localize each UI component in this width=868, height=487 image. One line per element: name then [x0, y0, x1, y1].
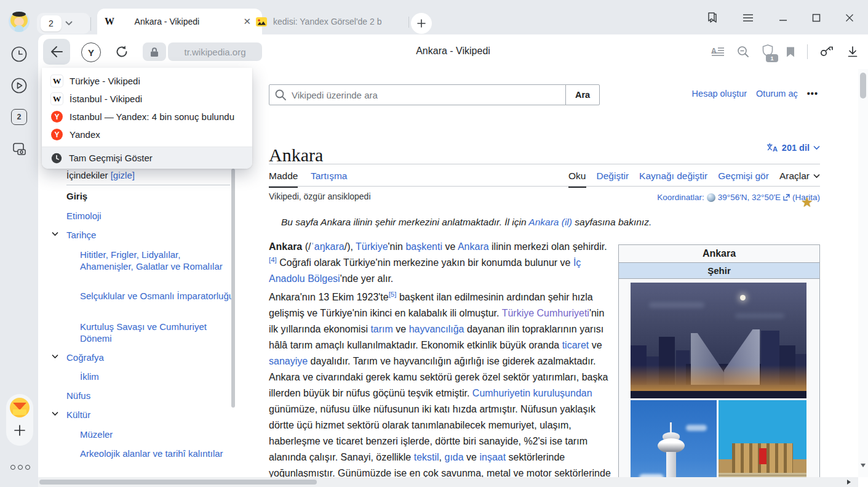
toc-hide-toggle[interactable]: [gizle]: [111, 170, 135, 180]
toc-item-hititler[interactable]: Hititler, Frigler, Lidyalılar, Ahamenişl…: [80, 249, 235, 272]
history-dropdown: W Türkiye - Vikipedi W İstanbul - Vikipe…: [42, 68, 252, 169]
scroll-right-arrow[interactable]: [847, 480, 851, 485]
toc-scrollbar-thumb[interactable]: [231, 169, 235, 408]
tab-kedisi-yandex-gorsel[interactable]: kedisi: Yandex Görsel'de 2 b: [249, 9, 422, 34]
toolbar-page-title: Ankara - Vikipedi: [223, 46, 683, 57]
create-account-link[interactable]: Hesap oluştur: [692, 89, 747, 99]
horizontal-scrollbar-thumb[interactable]: [39, 480, 317, 485]
tools-menu[interactable]: Araçlar: [779, 166, 820, 186]
tab-oku[interactable]: Oku: [568, 166, 586, 188]
tab-group-pill[interactable]: 2: [37, 13, 90, 34]
minimize-icon: [779, 14, 787, 22]
tab-ankara-vikipedi[interactable]: W Ankara - Vikipedi ✕: [97, 9, 262, 34]
password-manager-icon[interactable]: [819, 45, 835, 58]
horizontal-scrollbar[interactable]: [38, 477, 858, 487]
toc-item-muzeler[interactable]: Müzeler: [80, 429, 235, 440]
search-button[interactable]: Ara: [565, 84, 600, 105]
show-full-history-item[interactable]: Tam Geçmişi Göster: [42, 147, 252, 169]
yandex-search-button[interactable]: Y: [81, 42, 101, 62]
toc-item-nufus[interactable]: Nüfus: [66, 390, 90, 401]
new-tab-button[interactable]: [411, 13, 432, 34]
video-button[interactable]: [7, 73, 31, 98]
anitkabir-image[interactable]: [719, 400, 806, 477]
play-icon: [10, 77, 28, 94]
atakule-tower-image[interactable]: [631, 400, 717, 477]
title-divider: [269, 164, 820, 164]
wikipedia-favicon: W: [51, 75, 63, 87]
site-security-button[interactable]: [143, 42, 166, 61]
chevron-down-icon: [813, 174, 820, 179]
sidebar-more-button[interactable]: [10, 465, 30, 470]
screenshot-button[interactable]: [7, 136, 31, 161]
tabs-overview-button[interactable]: 2: [7, 105, 31, 129]
clock-icon: [51, 153, 62, 164]
toc-item-tarihce[interactable]: Tarihçe: [66, 229, 96, 241]
tab-madde[interactable]: Madde: [269, 166, 298, 188]
minimize-button[interactable]: [773, 9, 794, 27]
account-links: Hesap oluştur Oturum aç •••: [692, 89, 818, 99]
tab-kaynagi-degistir[interactable]: Kaynağı değiştir: [639, 166, 707, 186]
tab-degistir[interactable]: Değiştir: [597, 166, 629, 186]
back-button[interactable]: [43, 39, 70, 65]
history-item-yandex[interactable]: Y Yandex: [42, 126, 252, 143]
tab-title: Ankara - Vikipedi: [135, 17, 200, 26]
yandex-mail-icon[interactable]: [10, 398, 30, 417]
back-arrow-icon: [50, 46, 63, 58]
search-icon: [275, 89, 286, 100]
menu-button[interactable]: [738, 9, 759, 27]
coordinates-label[interactable]: Koordinatlar:: [657, 193, 704, 202]
yandex-letter-icon: Y: [88, 47, 94, 58]
tab-title: kedisi: Yandex Görsel'de 2 b: [273, 17, 381, 26]
vertical-scrollbar-thumb[interactable]: [860, 73, 866, 99]
toc-item-arkeolojik[interactable]: Arkeolojik alanlar ve tarihî kalıntılar: [80, 448, 235, 459]
downloads-icon[interactable]: [847, 46, 858, 58]
toc-item-iklim[interactable]: İklim: [80, 371, 235, 382]
history-button[interactable]: [7, 42, 31, 66]
toc-collapse-icon[interactable]: [52, 231, 58, 236]
toc-item-kurtulus[interactable]: Kurtuluş Savaşı ve Cumhuriyet Dönemi: [80, 321, 235, 344]
login-link[interactable]: Oturum aç: [756, 89, 798, 99]
divider: [90, 17, 91, 31]
tab-gecmisi-gor[interactable]: Geçmişi gör: [718, 166, 769, 186]
browser-side-rail: 2: [0, 34, 38, 487]
language-selector[interactable]: A 201 dil: [766, 143, 820, 153]
tab-tartisma[interactable]: Tartışma: [311, 166, 347, 186]
toc-item-selcuklular[interactable]: Selçuklular ve Osmanlı İmparatorluğu: [80, 290, 235, 302]
infobox: Ankara Şehir: [618, 244, 820, 477]
site-tagline: Vikipedi, özgür ansiklopedi: [269, 191, 371, 201]
protect-button[interactable]: 1: [762, 44, 774, 60]
bookmark-icon[interactable]: [786, 46, 795, 58]
toc-item-giris[interactable]: Giriş: [66, 190, 87, 202]
scroll-down-arrow[interactable]: [861, 464, 866, 467]
search-input[interactable]: [269, 84, 566, 105]
zoom-out-icon[interactable]: [736, 45, 750, 58]
maximize-button[interactable]: [806, 9, 827, 27]
screenshot-icon: [10, 140, 28, 156]
history-item-istanbul-yandex[interactable]: Y Istanbul — Yandex: 4 bin sonuç bulundu: [42, 108, 252, 126]
toc-collapse-icon[interactable]: [52, 354, 58, 359]
tabs-divider: [269, 186, 820, 187]
reload-button[interactable]: [114, 44, 129, 62]
yandex-favicon: Y: [51, 129, 63, 140]
profile-avatar[interactable]: [9, 11, 30, 32]
side-panels-button[interactable]: [703, 9, 723, 27]
more-options-icon[interactable]: •••: [807, 89, 818, 99]
toc-collapse-icon[interactable]: [52, 411, 58, 416]
add-service-button[interactable]: [14, 425, 25, 438]
page-title: Ankara: [269, 145, 323, 166]
close-window-button[interactable]: [839, 9, 860, 27]
services-pill: [6, 394, 33, 446]
vertical-scrollbar[interactable]: [858, 69, 868, 477]
history-item-turkiye[interactable]: W Türkiye - Vikipedi: [42, 72, 252, 90]
ankara-skyline-night-image[interactable]: [631, 283, 806, 398]
chevron-down-icon: [813, 145, 820, 150]
panels-icon: [706, 10, 720, 25]
toc-header: İçindekiler [gizle]: [66, 170, 135, 180]
history-item-istanbul-vikipedi[interactable]: W İstanbul - Vikipedi: [42, 90, 252, 108]
toc-item-cografya[interactable]: Coğrafya: [66, 352, 104, 363]
globe-icon[interactable]: [707, 193, 715, 202]
toc-item-etimoloji[interactable]: Etimoloji: [66, 210, 102, 222]
toc-item-kultur[interactable]: Kültür: [66, 409, 90, 421]
reader-mode-icon[interactable]: A: [711, 46, 725, 57]
coordinates-value[interactable]: 39°56′N, 32°50′E: [718, 193, 781, 202]
